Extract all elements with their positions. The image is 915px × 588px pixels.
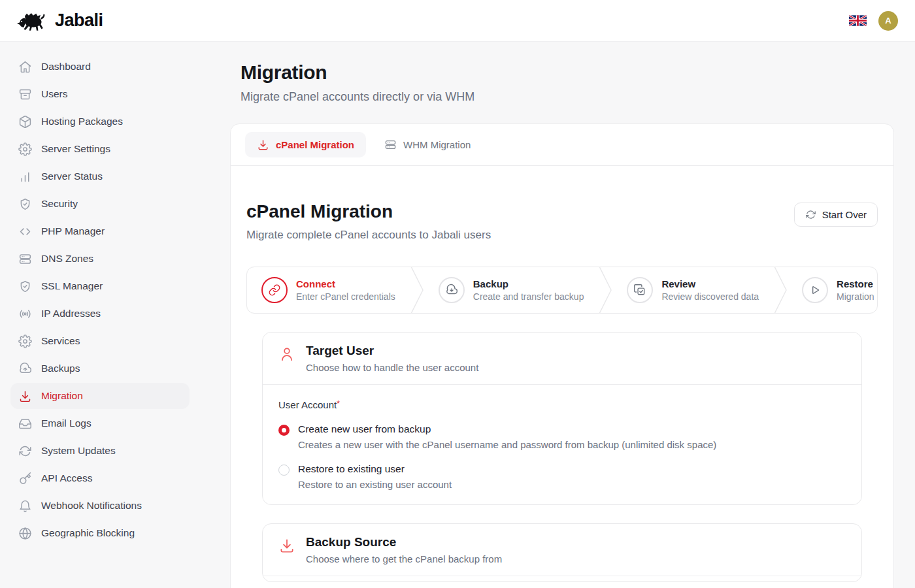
- refresh-icon: [805, 209, 816, 220]
- backup-source-subtitle: Choose where to get the cPanel backup fr…: [306, 553, 502, 564]
- sidebar-item-webhook-notifications[interactable]: Webhook Notifications: [10, 493, 190, 519]
- gear-icon: [18, 335, 32, 348]
- user-avatar[interactable]: A: [878, 11, 898, 31]
- migration-tabs: cPanel Migration WHM Migration: [231, 124, 893, 166]
- sidebar-item-label: Server Status: [41, 171, 103, 182]
- sidebar-item-geographic-blocking[interactable]: Geographic Blocking: [10, 520, 190, 546]
- user-icon: [278, 346, 295, 363]
- tab-label: cPanel Migration: [276, 139, 354, 150]
- step-description: Review discovered data: [661, 291, 759, 302]
- radio-create-new-user[interactable]: [278, 425, 290, 436]
- user-account-field-label: User Account*: [278, 399, 846, 410]
- home-icon: [18, 60, 32, 74]
- sidebar-item-label: IP Addresses: [41, 308, 101, 319]
- package-icon: [18, 115, 32, 129]
- uk-flag-icon[interactable]: [849, 15, 867, 26]
- cloud-upload-icon: [18, 362, 32, 376]
- sidebar-item-server-settings[interactable]: Server Settings: [10, 136, 190, 162]
- step-connect: Connect Enter cPanel credentials: [247, 277, 410, 303]
- code-icon: [18, 225, 32, 238]
- sidebar-item-dashboard[interactable]: Dashboard: [10, 54, 190, 80]
- option-restore-existing-user[interactable]: Restore to existing user Restore to an e…: [278, 463, 846, 490]
- sidebar-item-label: Webhook Notifications: [41, 500, 142, 512]
- step-description: Migration: [837, 291, 874, 302]
- step-backup: Backup Create and transfer backup: [424, 277, 599, 303]
- tab-label: WHM Migration: [403, 139, 471, 150]
- shield-check-icon: [18, 197, 32, 211]
- sidebar-item-email-logs[interactable]: Email Logs: [10, 410, 190, 436]
- sidebar-item-hosting-packages[interactable]: Hosting Packages: [10, 108, 190, 135]
- sidebar-item-label: Backups: [41, 363, 80, 374]
- sidebar-item-label: Hosting Packages: [41, 116, 123, 127]
- sidebar-item-ip-addresses[interactable]: IP Addresses: [10, 301, 190, 327]
- sidebar-item-php-manager[interactable]: PHP Manager: [10, 218, 190, 244]
- sidebar-item-backups[interactable]: Backups: [10, 355, 190, 382]
- target-user-subtitle: Choose how to handle the user account: [306, 362, 478, 373]
- sidebar-item-label: System Updates: [41, 445, 116, 457]
- globe-icon: [18, 527, 32, 540]
- sidebar-item-label: Geographic Blocking: [41, 527, 135, 539]
- step-description: Create and transfer backup: [473, 291, 584, 302]
- step-circle: [627, 277, 653, 303]
- sidebar-item-label: Server Settings: [41, 143, 110, 155]
- panel-subtitle: Migrate complete cPanel accounts to Jaba…: [246, 229, 491, 242]
- gear-icon: [18, 142, 32, 156]
- sidebar-item-server-status[interactable]: Server Status: [10, 163, 190, 189]
- top-header: Jabali A: [0, 0, 915, 42]
- step-separator-chevron: [773, 267, 788, 314]
- option-label: Restore to existing user: [298, 463, 452, 475]
- brand[interactable]: Jabali: [17, 10, 103, 31]
- server-icon: [18, 252, 32, 266]
- tab-cpanel-migration[interactable]: cPanel Migration: [245, 132, 366, 157]
- server-icon: [384, 139, 397, 151]
- target-user-title: Target User: [306, 344, 478, 358]
- step-separator-chevron: [410, 267, 424, 314]
- backup-source-title: Backup Source: [306, 535, 502, 549]
- sidebar-item-services[interactable]: Services: [10, 328, 190, 354]
- sidebar-item-label: Users: [41, 88, 67, 100]
- step-restore: Restore Migration: [788, 277, 878, 303]
- archive-icon: [18, 88, 32, 101]
- sidebar-item-label: SSL Manager: [41, 280, 103, 292]
- start-over-button[interactable]: Start Over: [794, 203, 878, 227]
- target-user-card: Target User Choose how to handle the use…: [262, 332, 862, 505]
- boar-logo-icon: [17, 10, 48, 31]
- sidebar-item-system-updates[interactable]: System Updates: [10, 438, 190, 464]
- sidebar-item-users[interactable]: Users: [10, 81, 190, 107]
- download-icon: [257, 139, 269, 151]
- shield-check-icon: [18, 280, 32, 293]
- step-circle: [802, 277, 828, 303]
- step-circle: [261, 277, 288, 303]
- option-label: Create new user from backup: [298, 423, 716, 435]
- page-subtitle: Migrate cPanel accounts directly or via …: [241, 90, 894, 104]
- download-icon: [278, 537, 295, 554]
- sidebar-item-ssl-manager[interactable]: SSL Manager: [10, 273, 190, 299]
- play-icon: [808, 284, 822, 297]
- step-separator-chevron: [598, 267, 612, 314]
- backup-source-card: Backup Source Choose where to get the cP…: [262, 523, 862, 582]
- option-description: Creates a new user with the cPanel usern…: [298, 439, 716, 450]
- required-marker: *: [337, 399, 340, 408]
- step-description: Enter cPanel credentials: [296, 291, 395, 302]
- sidebar-item-migration[interactable]: Migration: [10, 383, 190, 409]
- sidebar-item-dns-zones[interactable]: DNS Zones: [10, 246, 190, 272]
- cloud-download-icon: [445, 284, 458, 297]
- sidebar-item-label: Security: [41, 198, 78, 210]
- migration-stepper: Connect Enter cPanel credentials Backup …: [246, 267, 878, 314]
- option-create-new-user[interactable]: Create new user from backup Creates a ne…: [278, 423, 846, 450]
- page-title: Migration: [241, 61, 894, 84]
- tab-whm-migration[interactable]: WHM Migration: [373, 132, 482, 157]
- sidebar-item-label: API Access: [41, 472, 92, 484]
- step-title: Restore: [837, 278, 874, 289]
- clipboard-check-icon: [633, 284, 646, 297]
- brand-name: Jabali: [55, 10, 103, 31]
- radio-waves-icon: [18, 307, 32, 321]
- start-over-label: Start Over: [822, 209, 867, 220]
- sidebar-item-label: Dashboard: [41, 61, 91, 73]
- sidebar-item-label: Email Logs: [41, 417, 92, 429]
- option-description: Restore to an existing user account: [298, 479, 452, 490]
- sidebar-item-label: Migration: [41, 390, 83, 402]
- radio-restore-existing-user[interactable]: [278, 465, 290, 476]
- sidebar-item-security[interactable]: Security: [10, 191, 190, 217]
- sidebar-item-api-access[interactable]: API Access: [10, 465, 190, 491]
